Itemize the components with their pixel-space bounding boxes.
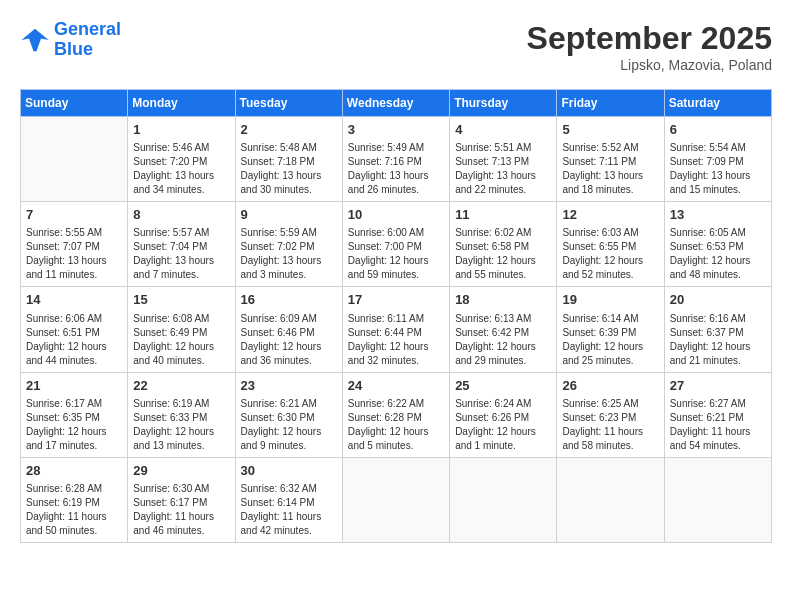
day-info: Sunrise: 6:14 AMSunset: 6:39 PMDaylight:… [562, 312, 658, 368]
day-number: 19 [562, 291, 658, 309]
calendar-cell: 7Sunrise: 5:55 AMSunset: 7:07 PMDaylight… [21, 202, 128, 287]
day-number: 18 [455, 291, 551, 309]
weekday-header-wednesday: Wednesday [342, 90, 449, 117]
calendar-cell: 2Sunrise: 5:48 AMSunset: 7:18 PMDaylight… [235, 117, 342, 202]
location: Lipsko, Mazovia, Poland [527, 57, 772, 73]
svg-marker-0 [22, 29, 49, 52]
day-number: 24 [348, 377, 444, 395]
day-info: Sunrise: 6:25 AMSunset: 6:23 PMDaylight:… [562, 397, 658, 453]
calendar-cell: 26Sunrise: 6:25 AMSunset: 6:23 PMDayligh… [557, 372, 664, 457]
day-info: Sunrise: 6:05 AMSunset: 6:53 PMDaylight:… [670, 226, 766, 282]
calendar-cell: 8Sunrise: 5:57 AMSunset: 7:04 PMDaylight… [128, 202, 235, 287]
calendar-week-2: 7Sunrise: 5:55 AMSunset: 7:07 PMDaylight… [21, 202, 772, 287]
calendar-cell: 21Sunrise: 6:17 AMSunset: 6:35 PMDayligh… [21, 372, 128, 457]
day-number: 8 [133, 206, 229, 224]
calendar-cell: 22Sunrise: 6:19 AMSunset: 6:33 PMDayligh… [128, 372, 235, 457]
calendar-cell: 19Sunrise: 6:14 AMSunset: 6:39 PMDayligh… [557, 287, 664, 372]
day-info: Sunrise: 6:24 AMSunset: 6:26 PMDaylight:… [455, 397, 551, 453]
weekday-header-monday: Monday [128, 90, 235, 117]
day-info: Sunrise: 5:57 AMSunset: 7:04 PMDaylight:… [133, 226, 229, 282]
day-info: Sunrise: 5:59 AMSunset: 7:02 PMDaylight:… [241, 226, 337, 282]
day-number: 11 [455, 206, 551, 224]
logo: General Blue [20, 20, 121, 60]
day-number: 29 [133, 462, 229, 480]
title-block: September 2025 Lipsko, Mazovia, Poland [527, 20, 772, 73]
calendar-cell: 13Sunrise: 6:05 AMSunset: 6:53 PMDayligh… [664, 202, 771, 287]
calendar-cell: 12Sunrise: 6:03 AMSunset: 6:55 PMDayligh… [557, 202, 664, 287]
calendar-cell [557, 457, 664, 542]
calendar-cell: 5Sunrise: 5:52 AMSunset: 7:11 PMDaylight… [557, 117, 664, 202]
logo-icon [20, 25, 50, 55]
day-info: Sunrise: 6:17 AMSunset: 6:35 PMDaylight:… [26, 397, 122, 453]
day-info: Sunrise: 5:46 AMSunset: 7:20 PMDaylight:… [133, 141, 229, 197]
day-number: 30 [241, 462, 337, 480]
day-number: 22 [133, 377, 229, 395]
day-info: Sunrise: 5:49 AMSunset: 7:16 PMDaylight:… [348, 141, 444, 197]
calendar-cell [342, 457, 449, 542]
calendar-cell: 25Sunrise: 6:24 AMSunset: 6:26 PMDayligh… [450, 372, 557, 457]
logo-text: General Blue [54, 20, 121, 60]
day-number: 15 [133, 291, 229, 309]
calendar-cell: 6Sunrise: 5:54 AMSunset: 7:09 PMDaylight… [664, 117, 771, 202]
day-info: Sunrise: 6:27 AMSunset: 6:21 PMDaylight:… [670, 397, 766, 453]
day-number: 28 [26, 462, 122, 480]
calendar-week-4: 21Sunrise: 6:17 AMSunset: 6:35 PMDayligh… [21, 372, 772, 457]
calendar-cell: 9Sunrise: 5:59 AMSunset: 7:02 PMDaylight… [235, 202, 342, 287]
day-info: Sunrise: 6:02 AMSunset: 6:58 PMDaylight:… [455, 226, 551, 282]
calendar-cell: 3Sunrise: 5:49 AMSunset: 7:16 PMDaylight… [342, 117, 449, 202]
calendar-cell: 14Sunrise: 6:06 AMSunset: 6:51 PMDayligh… [21, 287, 128, 372]
day-number: 9 [241, 206, 337, 224]
day-info: Sunrise: 6:22 AMSunset: 6:28 PMDaylight:… [348, 397, 444, 453]
calendar-cell: 16Sunrise: 6:09 AMSunset: 6:46 PMDayligh… [235, 287, 342, 372]
day-info: Sunrise: 6:06 AMSunset: 6:51 PMDaylight:… [26, 312, 122, 368]
day-number: 3 [348, 121, 444, 139]
calendar-cell: 1Sunrise: 5:46 AMSunset: 7:20 PMDaylight… [128, 117, 235, 202]
day-info: Sunrise: 5:48 AMSunset: 7:18 PMDaylight:… [241, 141, 337, 197]
day-number: 6 [670, 121, 766, 139]
day-info: Sunrise: 6:28 AMSunset: 6:19 PMDaylight:… [26, 482, 122, 538]
calendar-cell: 20Sunrise: 6:16 AMSunset: 6:37 PMDayligh… [664, 287, 771, 372]
calendar-cell: 4Sunrise: 5:51 AMSunset: 7:13 PMDaylight… [450, 117, 557, 202]
weekday-header-friday: Friday [557, 90, 664, 117]
day-number: 10 [348, 206, 444, 224]
day-info: Sunrise: 5:54 AMSunset: 7:09 PMDaylight:… [670, 141, 766, 197]
day-number: 4 [455, 121, 551, 139]
day-info: Sunrise: 6:03 AMSunset: 6:55 PMDaylight:… [562, 226, 658, 282]
calendar-cell: 23Sunrise: 6:21 AMSunset: 6:30 PMDayligh… [235, 372, 342, 457]
day-info: Sunrise: 5:51 AMSunset: 7:13 PMDaylight:… [455, 141, 551, 197]
day-number: 21 [26, 377, 122, 395]
day-info: Sunrise: 6:13 AMSunset: 6:42 PMDaylight:… [455, 312, 551, 368]
day-info: Sunrise: 5:52 AMSunset: 7:11 PMDaylight:… [562, 141, 658, 197]
weekday-header-saturday: Saturday [664, 90, 771, 117]
day-number: 26 [562, 377, 658, 395]
calendar-cell: 17Sunrise: 6:11 AMSunset: 6:44 PMDayligh… [342, 287, 449, 372]
weekday-header-row: SundayMondayTuesdayWednesdayThursdayFrid… [21, 90, 772, 117]
day-number: 7 [26, 206, 122, 224]
day-number: 14 [26, 291, 122, 309]
day-info: Sunrise: 5:55 AMSunset: 7:07 PMDaylight:… [26, 226, 122, 282]
calendar-week-5: 28Sunrise: 6:28 AMSunset: 6:19 PMDayligh… [21, 457, 772, 542]
calendar-cell: 10Sunrise: 6:00 AMSunset: 7:00 PMDayligh… [342, 202, 449, 287]
calendar-cell: 29Sunrise: 6:30 AMSunset: 6:17 PMDayligh… [128, 457, 235, 542]
calendar-week-3: 14Sunrise: 6:06 AMSunset: 6:51 PMDayligh… [21, 287, 772, 372]
month-title: September 2025 [527, 20, 772, 57]
day-info: Sunrise: 6:08 AMSunset: 6:49 PMDaylight:… [133, 312, 229, 368]
day-number: 23 [241, 377, 337, 395]
day-number: 2 [241, 121, 337, 139]
calendar-cell: 27Sunrise: 6:27 AMSunset: 6:21 PMDayligh… [664, 372, 771, 457]
day-number: 12 [562, 206, 658, 224]
day-number: 25 [455, 377, 551, 395]
day-number: 16 [241, 291, 337, 309]
day-number: 27 [670, 377, 766, 395]
weekday-header-thursday: Thursday [450, 90, 557, 117]
day-info: Sunrise: 6:32 AMSunset: 6:14 PMDaylight:… [241, 482, 337, 538]
day-info: Sunrise: 6:00 AMSunset: 7:00 PMDaylight:… [348, 226, 444, 282]
day-number: 1 [133, 121, 229, 139]
day-number: 5 [562, 121, 658, 139]
page-header: General Blue September 2025 Lipsko, Mazo… [20, 20, 772, 73]
day-info: Sunrise: 6:21 AMSunset: 6:30 PMDaylight:… [241, 397, 337, 453]
day-number: 20 [670, 291, 766, 309]
day-info: Sunrise: 6:16 AMSunset: 6:37 PMDaylight:… [670, 312, 766, 368]
day-info: Sunrise: 6:09 AMSunset: 6:46 PMDaylight:… [241, 312, 337, 368]
calendar-cell: 30Sunrise: 6:32 AMSunset: 6:14 PMDayligh… [235, 457, 342, 542]
